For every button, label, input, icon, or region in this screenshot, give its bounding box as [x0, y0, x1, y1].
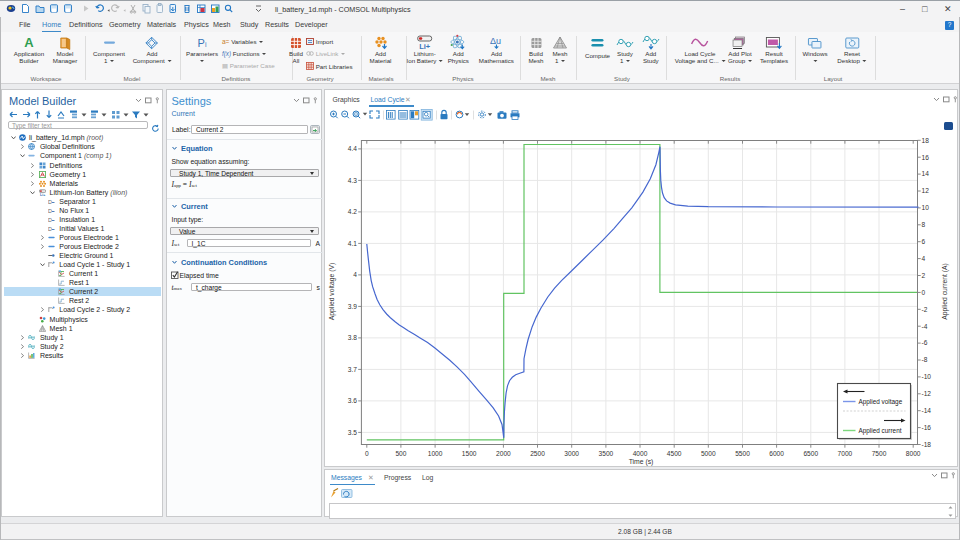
svg-text:Δu: Δu — [490, 36, 501, 46]
